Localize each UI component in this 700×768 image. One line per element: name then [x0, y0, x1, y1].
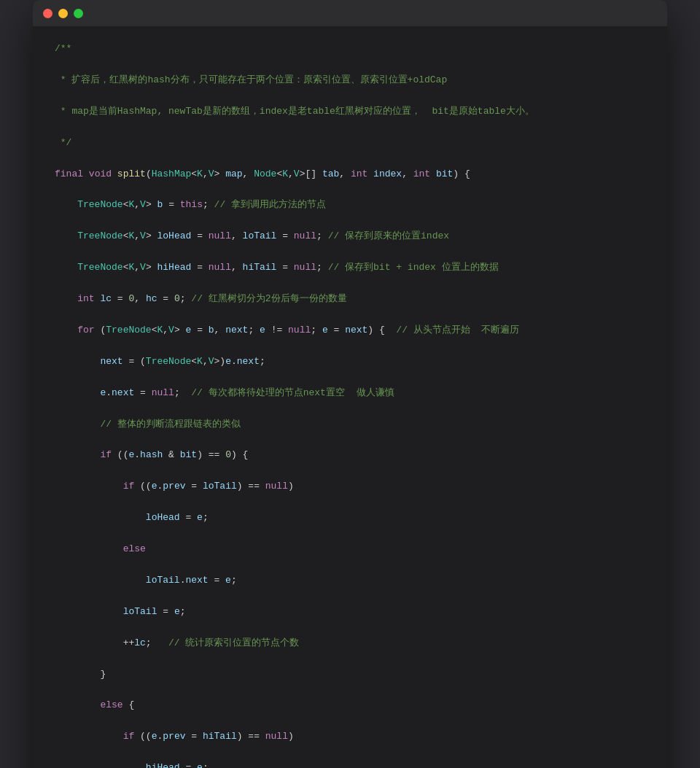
minimize-button[interactable]	[58, 9, 68, 18]
code-window: /** * 扩容后，红黑树的hash分布，只可能存在于两个位置：原索引位置、原索…	[33, 0, 667, 768]
code-content: /** * 扩容后，红黑树的hash分布，只可能存在于两个位置：原索引位置、原索…	[33, 26, 667, 768]
titlebar	[33, 0, 667, 26]
maximize-button[interactable]	[74, 9, 83, 18]
close-button[interactable]	[43, 9, 52, 18]
